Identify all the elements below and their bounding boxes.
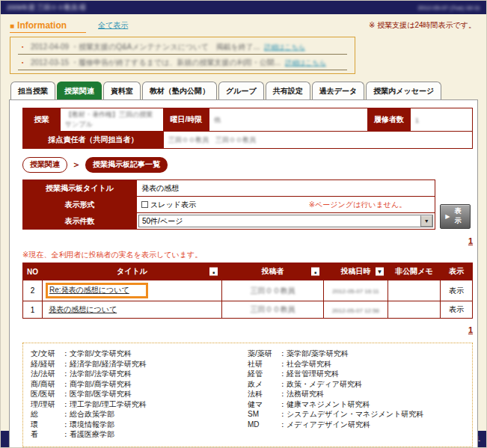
info-item-text: 2012-03-15 ・履修申告が終了するまでは、新規の授業支援の利用・公開..… [31,58,281,68]
legend-item: SM：システムデザイン・マネジメント研究科 [248,409,465,420]
tab-groups[interactable]: グループ [218,82,264,99]
main-panel: 授業 【教材・著作権】三田の授業サンプル 曜日/時限 他 履修者数 1 採点責任… [9,99,478,448]
tab-course-related[interactable]: 授業関連 [57,82,102,99]
legend-item: 経/経研：経済学部/経済学研究科 [31,359,248,369]
enrolled-label: 履修者数 [368,108,411,132]
logged-in-user: 2009年度 三田００教員 様 [7,3,86,13]
chevron-down-icon[interactable]: ▼ [420,215,432,227]
legend-item: 政メ：政策・メディア研究科 [248,379,465,390]
board-settings-table: 授業掲示板タイトル 発表の感想 表示形式 スレッド表示 ※ページングは行いません… [22,179,435,230]
col-date: 投稿日時▼ [324,263,388,280]
post-author: 三田００教員 [251,286,295,295]
sort-author-icon[interactable]: ■ [311,268,319,276]
support-hours-notice: ※ 授業支援は24時間表示です。 [369,20,479,31]
enrolled-value: 1 [415,117,419,124]
post-view-link[interactable]: 表示 [441,280,473,301]
sort-title-icon[interactable]: ■ [209,268,218,276]
bullet-icon: ・ [18,60,27,66]
board-title-label: 授業掲示板タイトル [23,180,137,197]
display-format-label: 表示形式 [23,197,137,213]
information-title: ■Information [10,20,86,33]
current-datetime: 2012-05-07 (Tue) 16:11 [417,4,480,11]
tab-bar: 担当授業 授業関連 資料室 教材（塾内公開） グループ 共有設定 過去データ 授… [1,77,486,99]
information-item: ・ 2012-04-09 ・授業支援のQ&Aメンテナンスについて 掲載を終了..… [18,39,347,55]
tab-library[interactable]: 資料室 [103,82,141,99]
pagination-bottom: 1 [22,322,473,336]
post-row: 2 Re:発表の感想について 三田００教員 2012-05-07 16:11 表… [23,280,473,301]
legend-right-column: 薬/薬研：薬学部/薬学研究科 社研：社会学研究科 経管：経営管理研究科 政メ：政… [248,349,465,440]
post-date: 2012-05-07 12:56 [332,307,379,314]
board-settings: 授業掲示板タイトル 発表の感想 表示形式 スレッド表示 ※ページングは行いません… [22,179,471,230]
col-memo: 非公開メモ [388,263,441,280]
page-number-link[interactable]: 1 [468,236,473,245]
post-memo [388,280,441,301]
play-icon: ▶ [445,213,450,220]
legend-item: 総：総合政策学部 [31,409,248,420]
breadcrumb-separator-icon: ＞ [72,159,81,171]
col-title: タイトル■ [43,263,222,280]
legend-item: MD：メディアデザイン研究科 [248,420,465,430]
info-item-link[interactable]: 詳細はこちら [285,58,326,68]
schedule-value: 他 [214,116,221,123]
show-button[interactable]: ▶表示 [440,204,471,229]
info-item-link[interactable]: 詳細はこちら [264,43,305,52]
tab-my-courses[interactable]: 担当授業 [10,82,55,99]
page-number-link[interactable]: 1 [468,325,473,334]
tab-share-settings[interactable]: 共有設定 [266,82,310,99]
tab-materials[interactable]: 教材（塾内公開） [142,82,217,99]
legend-item: 社研：社会学研究科 [248,359,465,369]
info-item-text: 2012-04-09 ・授業支援のQ&Aメンテナンスについて 掲載を終了... [31,42,260,52]
post-author: 三田００教員 [251,305,295,313]
legend-item: 看：看護医療学部 [31,429,248,440]
display-count-label: 表示件数 [23,213,137,230]
legend-item: 商/商研：商学部/商学研究科 [31,379,248,390]
post-date: 2012-05-07 16:11 [332,288,379,295]
legend-left-column: 文/文研：文学部/文学研究科 経/経研：経済学部/経済学研究科 法/法研：法学部… [31,349,248,440]
thread-view-checkbox[interactable] [141,201,148,208]
pagination-top: 1 [22,233,473,247]
post-no: 2 [23,280,43,301]
grader-value: 三田００教員 三田００教員 [168,136,256,144]
thread-view-label: スレッド表示 [150,200,196,209]
course-label: 授業 [23,108,61,132]
square-bullet-icon: ■ [10,22,14,30]
highlight-box: Re:発表の感想について [46,283,148,298]
realname-note: ※現在、全利用者に投稿者の実名を表示しています。 [22,250,471,260]
tab-past-data[interactable]: 過去データ [312,82,364,99]
schedule-label: 曜日/時限 [164,108,209,132]
breadcrumb: 授業関連 ＞ 授業掲示板記事一覧 [22,157,471,173]
post-title-link[interactable]: Re:発表の感想について [49,286,129,294]
breadcrumb-current: 授業掲示板記事一覧 [85,157,168,173]
col-author: 投稿者■ [222,263,324,280]
information-item: ・ 2012-03-15 ・履修申告が終了するまでは、新規の授業支援の利用・公開… [18,55,347,70]
post-title-link[interactable]: 発表の感想について [49,305,117,313]
grader-label: 採点責任者（共同担当者） [23,132,164,149]
course-name-value: 【教材・著作権】三田の授業サンプル [65,111,153,128]
information-box: ・ 2012-04-09 ・授業支援のQ&Aメンテナンスについて 掲載を終了..… [10,37,355,74]
tab-course-messages[interactable]: 授業内メッセージ [366,82,441,99]
breadcrumb-parent[interactable]: 授業関連 [22,157,67,173]
page-size-select[interactable]: 50件/ページ ▼ [138,215,433,227]
col-no: NO [23,263,43,280]
board-title-value: 発表の感想 [137,180,435,197]
lms-page: 2009年度 三田００教員 様 2012-05-07 (Tue) 16:11 ■… [0,0,487,448]
titlebar: 2009年度 三田００教員 様 2012-05-07 (Tue) 16:11 [1,1,486,14]
legend-item: 健マ：健康マネジメント研究科 [248,399,465,410]
course-info-table: 授業 【教材・著作権】三田の授業サンプル 曜日/時限 他 履修者数 1 採点責任… [22,108,473,149]
legend-item: 薬/薬研：薬学部/薬学研究科 [248,349,465,359]
posts-header-row: NO タイトル■ 投稿者■ 投稿日時▼ 非公開メモ 表示 [23,263,473,280]
bullet-icon: ・ [18,44,27,50]
legend-item: 文/文研：文学部/文学研究科 [31,349,248,359]
post-view-link[interactable]: 表示 [441,301,473,319]
legend-item: 医/医研：医学部/医学研究科 [31,389,248,399]
legend-item: 法/法研：法学部/法学研究科 [31,369,248,379]
legend-item: 経管：経営管理研究科 [248,369,465,379]
page-size-value: 50件/ページ [139,216,420,227]
information-section: ■Information 全て表示 ※ 授業支援は24時間表示です。 ・ 201… [1,14,486,77]
post-no: 1 [23,301,43,319]
legend-item: 法科：法務研究科 [248,389,465,399]
post-row: 1 発表の感想について 三田００教員 2012-05-07 12:56 表示 [23,301,473,319]
sort-date-desc-icon[interactable]: ▼ [376,268,384,276]
faculty-legend: 文/文研：文学部/文学研究科 経/経研：経済学部/経済学研究科 法/法研：法学部… [22,343,473,447]
show-all-link[interactable]: 全て表示 [98,20,128,31]
